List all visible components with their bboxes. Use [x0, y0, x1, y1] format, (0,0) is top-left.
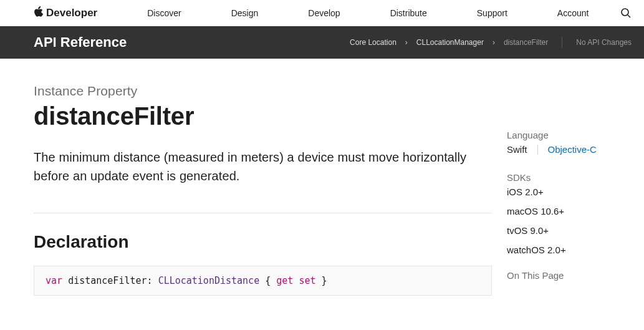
language-selector: Swift Objective-C [507, 144, 632, 155]
code-type[interactable]: CLLocationDistance [158, 275, 260, 286]
sdk-item: tvOS 9.0+ [507, 225, 632, 236]
api-changes-label[interactable]: No API Changes [576, 38, 632, 47]
code-punct: { [259, 275, 276, 286]
brand-text: Developer [46, 7, 97, 19]
nav-link-distribute[interactable]: Distribute [390, 8, 427, 18]
code-identifier: distanceFilter [68, 275, 147, 286]
nav-link-account[interactable]: Account [557, 8, 589, 18]
nav-link-design[interactable]: Design [231, 8, 259, 18]
code-keyword-get: get [276, 275, 293, 286]
global-nav: Developer Discover Design Develop Distri… [0, 0, 644, 26]
nav-links: Discover Design Develop Distribute Suppo… [147, 8, 620, 18]
divider [562, 37, 562, 48]
code-punct: } [316, 275, 327, 286]
sdk-list: iOS 2.0+ macOS 10.6+ tvOS 9.0+ watchOS 2… [507, 187, 632, 255]
summary-text: The minimum distance (measured in meters… [34, 148, 492, 185]
sub-header-title: API Reference [34, 34, 127, 51]
nav-link-discover[interactable]: Discover [147, 8, 181, 18]
language-label: Language [507, 130, 632, 140]
on-this-page-label: On This Page [507, 270, 632, 281]
breadcrumb-item-current: distanceFilter [504, 38, 548, 47]
brand[interactable]: Developer [34, 6, 97, 20]
breadcrumb-item-cllocationmanager[interactable]: CLLocationManager [416, 38, 484, 47]
eyebrow: Instance Property [34, 84, 492, 99]
sub-header: API Reference Core Location › CLLocation… [0, 26, 644, 59]
declaration-code: var distanceFilter: CLLocationDistance {… [34, 266, 492, 296]
sdks-label: SDKs [507, 172, 632, 183]
breadcrumb-item-core-location[interactable]: Core Location [350, 38, 396, 47]
breadcrumb: Core Location › CLLocationManager › dist… [350, 37, 632, 48]
divider [34, 213, 492, 213]
main-column: Instance Property distanceFilter The min… [34, 84, 492, 296]
nav-link-develop[interactable]: Develop [308, 8, 340, 18]
declaration-heading: Declaration [34, 232, 492, 252]
svg-point-0 [622, 9, 628, 16]
chevron-right-icon: › [493, 38, 495, 47]
sdk-item: watchOS 2.0+ [507, 245, 632, 255]
sdk-item: iOS 2.0+ [507, 187, 632, 197]
code-keyword-var: var [46, 275, 62, 286]
chevron-right-icon: › [405, 38, 408, 47]
svg-line-1 [628, 15, 630, 17]
search-icon [620, 7, 632, 19]
page-content: Instance Property distanceFilter The min… [0, 59, 644, 296]
sdk-item: macOS 10.6+ [507, 206, 632, 216]
page-title: distanceFilter [34, 102, 492, 130]
search-button[interactable] [620, 7, 632, 19]
apple-logo-icon [34, 6, 44, 20]
language-swift: Swift [507, 144, 527, 155]
sidebar: Language Swift Objective-C SDKs iOS 2.0+… [507, 84, 632, 296]
language-objc-link[interactable]: Objective-C [548, 144, 597, 155]
code-punct: : [147, 275, 158, 286]
nav-link-support[interactable]: Support [477, 8, 507, 18]
divider [537, 145, 538, 155]
code-keyword-set: set [299, 275, 315, 286]
